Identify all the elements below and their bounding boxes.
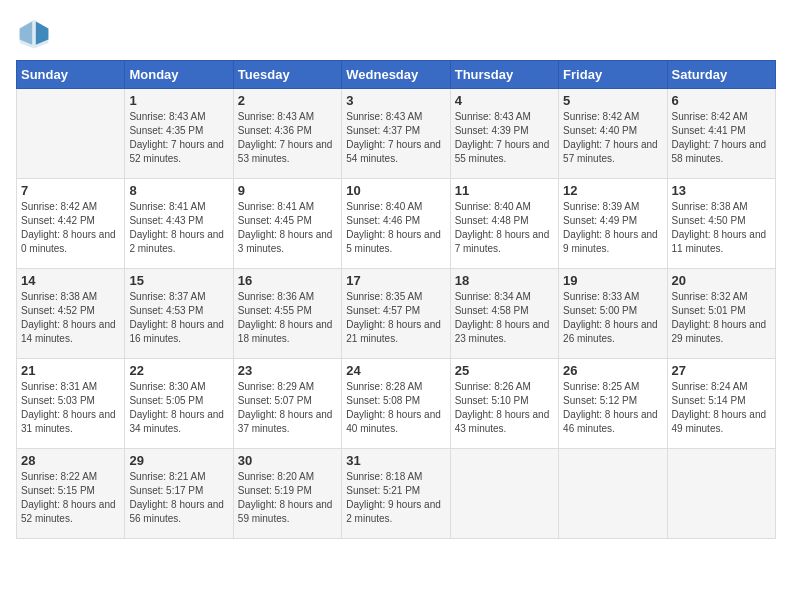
day-number: 27 <box>672 363 771 378</box>
day-info: Sunrise: 8:38 AMSunset: 4:52 PMDaylight:… <box>21 290 120 346</box>
day-number: 24 <box>346 363 445 378</box>
calendar-cell <box>17 89 125 179</box>
calendar-cell: 13Sunrise: 8:38 AMSunset: 4:50 PMDayligh… <box>667 179 775 269</box>
calendar-cell: 25Sunrise: 8:26 AMSunset: 5:10 PMDayligh… <box>450 359 558 449</box>
day-info: Sunrise: 8:30 AMSunset: 5:05 PMDaylight:… <box>129 380 228 436</box>
calendar-cell: 19Sunrise: 8:33 AMSunset: 5:00 PMDayligh… <box>559 269 667 359</box>
day-info: Sunrise: 8:42 AMSunset: 4:40 PMDaylight:… <box>563 110 662 166</box>
calendar-table: SundayMondayTuesdayWednesdayThursdayFrid… <box>16 60 776 539</box>
day-info: Sunrise: 8:32 AMSunset: 5:01 PMDaylight:… <box>672 290 771 346</box>
day-info: Sunrise: 8:26 AMSunset: 5:10 PMDaylight:… <box>455 380 554 436</box>
day-number: 10 <box>346 183 445 198</box>
calendar-cell: 28Sunrise: 8:22 AMSunset: 5:15 PMDayligh… <box>17 449 125 539</box>
calendar-cell: 15Sunrise: 8:37 AMSunset: 4:53 PMDayligh… <box>125 269 233 359</box>
calendar-cell: 27Sunrise: 8:24 AMSunset: 5:14 PMDayligh… <box>667 359 775 449</box>
day-number: 6 <box>672 93 771 108</box>
day-number: 13 <box>672 183 771 198</box>
day-info: Sunrise: 8:43 AMSunset: 4:39 PMDaylight:… <box>455 110 554 166</box>
calendar-cell: 21Sunrise: 8:31 AMSunset: 5:03 PMDayligh… <box>17 359 125 449</box>
day-number: 28 <box>21 453 120 468</box>
header-day-wednesday: Wednesday <box>342 61 450 89</box>
day-info: Sunrise: 8:36 AMSunset: 4:55 PMDaylight:… <box>238 290 337 346</box>
day-info: Sunrise: 8:41 AMSunset: 4:45 PMDaylight:… <box>238 200 337 256</box>
calendar-cell: 11Sunrise: 8:40 AMSunset: 4:48 PMDayligh… <box>450 179 558 269</box>
day-number: 25 <box>455 363 554 378</box>
day-number: 9 <box>238 183 337 198</box>
calendar-cell: 30Sunrise: 8:20 AMSunset: 5:19 PMDayligh… <box>233 449 341 539</box>
day-number: 30 <box>238 453 337 468</box>
day-info: Sunrise: 8:21 AMSunset: 5:17 PMDaylight:… <box>129 470 228 526</box>
calendar-cell: 9Sunrise: 8:41 AMSunset: 4:45 PMDaylight… <box>233 179 341 269</box>
day-number: 22 <box>129 363 228 378</box>
calendar-cell: 7Sunrise: 8:42 AMSunset: 4:42 PMDaylight… <box>17 179 125 269</box>
day-info: Sunrise: 8:40 AMSunset: 4:46 PMDaylight:… <box>346 200 445 256</box>
day-number: 2 <box>238 93 337 108</box>
day-info: Sunrise: 8:20 AMSunset: 5:19 PMDaylight:… <box>238 470 337 526</box>
day-info: Sunrise: 8:28 AMSunset: 5:08 PMDaylight:… <box>346 380 445 436</box>
calendar-week-3: 21Sunrise: 8:31 AMSunset: 5:03 PMDayligh… <box>17 359 776 449</box>
day-number: 3 <box>346 93 445 108</box>
calendar-header: SundayMondayTuesdayWednesdayThursdayFrid… <box>17 61 776 89</box>
day-number: 21 <box>21 363 120 378</box>
day-number: 19 <box>563 273 662 288</box>
day-info: Sunrise: 8:43 AMSunset: 4:36 PMDaylight:… <box>238 110 337 166</box>
day-info: Sunrise: 8:42 AMSunset: 4:41 PMDaylight:… <box>672 110 771 166</box>
calendar-week-1: 7Sunrise: 8:42 AMSunset: 4:42 PMDaylight… <box>17 179 776 269</box>
day-number: 14 <box>21 273 120 288</box>
day-number: 31 <box>346 453 445 468</box>
calendar-week-4: 28Sunrise: 8:22 AMSunset: 5:15 PMDayligh… <box>17 449 776 539</box>
header-day-tuesday: Tuesday <box>233 61 341 89</box>
day-info: Sunrise: 8:29 AMSunset: 5:07 PMDaylight:… <box>238 380 337 436</box>
calendar-cell: 3Sunrise: 8:43 AMSunset: 4:37 PMDaylight… <box>342 89 450 179</box>
calendar-cell: 4Sunrise: 8:43 AMSunset: 4:39 PMDaylight… <box>450 89 558 179</box>
calendar-cell <box>667 449 775 539</box>
calendar-cell: 16Sunrise: 8:36 AMSunset: 4:55 PMDayligh… <box>233 269 341 359</box>
day-number: 8 <box>129 183 228 198</box>
header-row: SundayMondayTuesdayWednesdayThursdayFrid… <box>17 61 776 89</box>
day-number: 29 <box>129 453 228 468</box>
day-info: Sunrise: 8:33 AMSunset: 5:00 PMDaylight:… <box>563 290 662 346</box>
day-info: Sunrise: 8:35 AMSunset: 4:57 PMDaylight:… <box>346 290 445 346</box>
day-info: Sunrise: 8:25 AMSunset: 5:12 PMDaylight:… <box>563 380 662 436</box>
calendar-cell: 12Sunrise: 8:39 AMSunset: 4:49 PMDayligh… <box>559 179 667 269</box>
calendar-cell: 24Sunrise: 8:28 AMSunset: 5:08 PMDayligh… <box>342 359 450 449</box>
calendar-cell: 2Sunrise: 8:43 AMSunset: 4:36 PMDaylight… <box>233 89 341 179</box>
day-number: 20 <box>672 273 771 288</box>
calendar-week-2: 14Sunrise: 8:38 AMSunset: 4:52 PMDayligh… <box>17 269 776 359</box>
calendar-cell: 5Sunrise: 8:42 AMSunset: 4:40 PMDaylight… <box>559 89 667 179</box>
day-number: 15 <box>129 273 228 288</box>
calendar-cell: 10Sunrise: 8:40 AMSunset: 4:46 PMDayligh… <box>342 179 450 269</box>
calendar-cell: 22Sunrise: 8:30 AMSunset: 5:05 PMDayligh… <box>125 359 233 449</box>
calendar-cell <box>559 449 667 539</box>
calendar-cell: 6Sunrise: 8:42 AMSunset: 4:41 PMDaylight… <box>667 89 775 179</box>
day-info: Sunrise: 8:43 AMSunset: 4:37 PMDaylight:… <box>346 110 445 166</box>
calendar-week-0: 1Sunrise: 8:43 AMSunset: 4:35 PMDaylight… <box>17 89 776 179</box>
calendar-cell: 26Sunrise: 8:25 AMSunset: 5:12 PMDayligh… <box>559 359 667 449</box>
day-number: 18 <box>455 273 554 288</box>
day-number: 17 <box>346 273 445 288</box>
calendar-cell: 17Sunrise: 8:35 AMSunset: 4:57 PMDayligh… <box>342 269 450 359</box>
day-number: 5 <box>563 93 662 108</box>
day-info: Sunrise: 8:18 AMSunset: 5:21 PMDaylight:… <box>346 470 445 526</box>
header-day-thursday: Thursday <box>450 61 558 89</box>
logo-icon <box>16 16 52 52</box>
header-day-monday: Monday <box>125 61 233 89</box>
calendar-cell: 14Sunrise: 8:38 AMSunset: 4:52 PMDayligh… <box>17 269 125 359</box>
day-info: Sunrise: 8:40 AMSunset: 4:48 PMDaylight:… <box>455 200 554 256</box>
day-number: 12 <box>563 183 662 198</box>
day-info: Sunrise: 8:31 AMSunset: 5:03 PMDaylight:… <box>21 380 120 436</box>
calendar-cell <box>450 449 558 539</box>
calendar-cell: 31Sunrise: 8:18 AMSunset: 5:21 PMDayligh… <box>342 449 450 539</box>
day-number: 7 <box>21 183 120 198</box>
day-info: Sunrise: 8:41 AMSunset: 4:43 PMDaylight:… <box>129 200 228 256</box>
calendar-cell: 23Sunrise: 8:29 AMSunset: 5:07 PMDayligh… <box>233 359 341 449</box>
day-info: Sunrise: 8:37 AMSunset: 4:53 PMDaylight:… <box>129 290 228 346</box>
day-number: 11 <box>455 183 554 198</box>
day-number: 23 <box>238 363 337 378</box>
header-day-sunday: Sunday <box>17 61 125 89</box>
header-day-friday: Friday <box>559 61 667 89</box>
day-info: Sunrise: 8:42 AMSunset: 4:42 PMDaylight:… <box>21 200 120 256</box>
day-info: Sunrise: 8:34 AMSunset: 4:58 PMDaylight:… <box>455 290 554 346</box>
day-info: Sunrise: 8:39 AMSunset: 4:49 PMDaylight:… <box>563 200 662 256</box>
page-header <box>16 16 776 52</box>
